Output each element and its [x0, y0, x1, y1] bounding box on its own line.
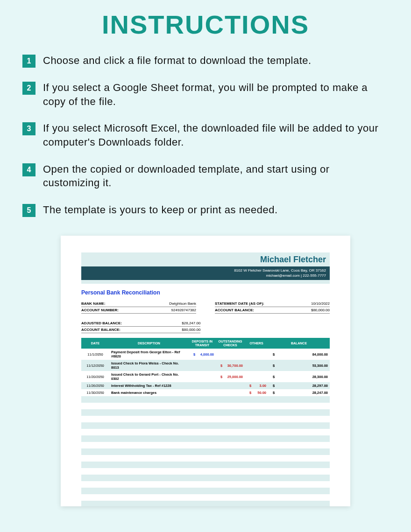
table-row	[81, 494, 330, 501]
table-row	[81, 462, 330, 468]
preview-info-grid: BANK NAME:Dwightson Bank ACCOUNT NUMBER:…	[81, 301, 330, 314]
value: Dwightson Bank	[169, 301, 196, 306]
table-row	[81, 475, 330, 481]
table-row	[81, 409, 330, 416]
table-row	[81, 455, 330, 462]
col-description: DESCRIPTION	[109, 338, 189, 349]
table-row	[81, 501, 330, 506]
instruction-number: 5	[22, 204, 35, 217]
preview-accent-band	[81, 280, 330, 284]
field-account-number: ACCOUNT NUMBER:924928747382	[81, 307, 196, 314]
instruction-item: 2If you select a Google Sheet format, yo…	[22, 81, 389, 108]
table-row	[81, 481, 330, 488]
table-row: 11/26/2050Interest Withholding Tax - Ref…	[81, 382, 330, 389]
preview-name: Michael Fletcher	[81, 252, 330, 266]
preview-contact: michael@email.com | 222-555-7777	[85, 273, 326, 278]
table-row: 11/20/2050Issued Check to Gerard Port - …	[81, 371, 330, 382]
value: 10/10/2022	[311, 301, 330, 306]
instruction-number: 4	[22, 163, 35, 176]
preview-address: 8102 W Fletcher Swarovski Lane, Coos Bay…	[85, 268, 326, 273]
table-row: 11/30/2050Bank maintenance charges$50.00…	[81, 389, 330, 396]
instruction-item: 5The template is yours to keep or print …	[22, 203, 389, 217]
col-balance: BALANCE	[268, 338, 330, 349]
instruction-item: 1Choose and click a file format to downl…	[22, 54, 389, 68]
instruction-item: 3If you select Microsoft Excel, the down…	[22, 121, 389, 149]
table-row	[81, 448, 330, 455]
value: $80,000.00	[182, 328, 200, 332]
preview-summary: ADJUSTED BALANCE:$28,247.00 ACCOUNT BALA…	[81, 320, 200, 333]
value: $28,247.00	[182, 321, 200, 325]
table-row	[81, 403, 330, 409]
instruction-item: 4Open the copied or downloaded template,…	[22, 162, 389, 190]
label: ADJUSTED BALANCE:	[81, 321, 122, 325]
table-row	[81, 435, 330, 442]
label: BANK NAME:	[81, 301, 106, 306]
table-row	[81, 396, 330, 403]
page-title: INSTRUCTIONS	[0, 0, 411, 54]
table-header-row: DATE DESCRIPTION DEPOSITS IN TRANSIT OUT…	[81, 338, 330, 349]
label: STATEMENT DATE (AS OF):	[215, 301, 264, 306]
col-deposits: DEPOSITS IN TRANSIT	[189, 338, 216, 349]
label: ACCOUNT BALANCE:	[215, 308, 254, 312]
instruction-text: Open the copied or downloaded template, …	[43, 162, 389, 190]
label: ACCOUNT BALANCE:	[81, 328, 120, 332]
preview-contact-band: 8102 W Fletcher Swarovski Lane, Coos Bay…	[81, 266, 330, 280]
col-outstanding: OUTSTANDING CHECKS	[216, 338, 245, 349]
instruction-text: Choose and click a file format to downlo…	[43, 54, 312, 68]
instruction-text: If you select a Google Sheet format, you…	[43, 81, 389, 108]
value: 924928747382	[171, 308, 196, 312]
table-row: 11/1/2050Payment Deposit from George Elt…	[81, 349, 330, 360]
field-account-balance: ACCOUNT BALANCE:$80,000.00	[215, 307, 330, 314]
table-row	[81, 422, 330, 429]
template-preview: Michael Fletcher 8102 W Fletcher Swarovs…	[61, 236, 350, 506]
preview-table: DATE DESCRIPTION DEPOSITS IN TRANSIT OUT…	[81, 338, 330, 506]
field-adjusted-balance: ADJUSTED BALANCE:$28,247.00	[81, 320, 200, 327]
field-statement-date: STATEMENT DATE (AS OF):10/10/2022	[215, 301, 330, 307]
table-row	[81, 488, 330, 494]
table-row	[81, 416, 330, 422]
col-date: DATE	[81, 338, 109, 349]
table-row	[81, 468, 330, 475]
table-row	[81, 429, 330, 435]
table-row: 11/12/2050Issued Check to Flora Weiss - …	[81, 360, 330, 371]
preview-section-title: Personal Bank Reconciliation	[81, 289, 330, 296]
instruction-text: The template is yours to keep or print a…	[43, 203, 278, 217]
instruction-number: 1	[22, 55, 35, 68]
instructions-list: 1Choose and click a file format to downl…	[0, 54, 411, 217]
value: $80,000.00	[311, 308, 330, 312]
label: ACCOUNT NUMBER:	[81, 308, 119, 312]
field-bank-name: BANK NAME:Dwightson Bank	[81, 301, 196, 307]
instruction-text: If you select Microsoft Excel, the downl…	[43, 121, 389, 149]
instruction-number: 2	[22, 82, 35, 95]
col-others: OTHERS	[245, 338, 268, 349]
instruction-number: 3	[22, 122, 35, 135]
field-summary-account-balance: ACCOUNT BALANCE:$80,000.00	[81, 327, 200, 333]
table-row	[81, 442, 330, 448]
